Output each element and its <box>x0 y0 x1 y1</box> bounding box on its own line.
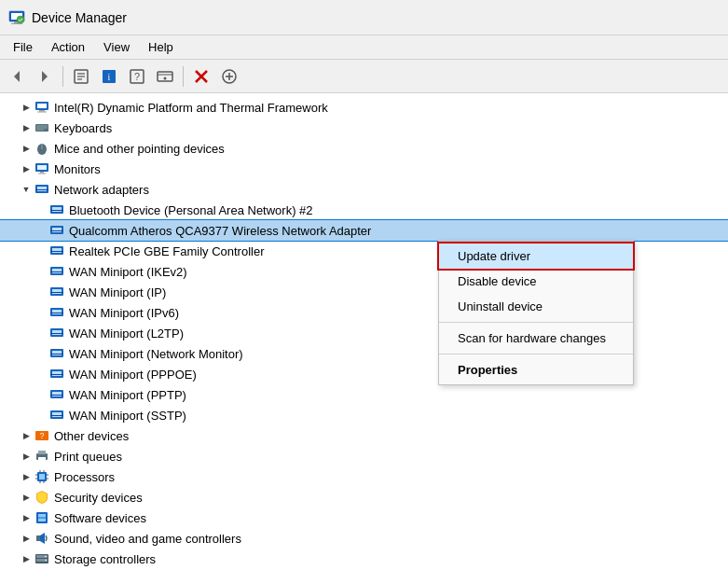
svg-rect-59 <box>52 330 62 335</box>
ctx-item-disable-device[interactable]: Disable device <box>439 269 633 294</box>
expand-arrow-storage-controllers[interactable]: ▶ <box>19 551 34 566</box>
svg-point-4 <box>17 16 24 23</box>
svg-rect-66 <box>50 374 63 375</box>
tree-label-security-devices: Security devices <box>54 491 143 505</box>
expand-arrow-intel-platform[interactable]: ▶ <box>19 100 34 115</box>
svg-marker-5 <box>14 71 20 82</box>
menu-action[interactable]: Action <box>42 38 94 56</box>
storage-icon <box>34 550 50 567</box>
tree-item-other-devices[interactable]: ▶?Other devices <box>0 425 728 446</box>
tree-item-security-devices[interactable]: ▶Security devices <box>0 487 728 508</box>
update-driver-button[interactable]: i <box>96 63 122 90</box>
delete-button[interactable] <box>188 63 214 90</box>
mouse-icon <box>34 140 50 157</box>
add-legacy-button[interactable] <box>216 63 242 90</box>
expand-arrow-wan-ikev2[interactable] <box>34 264 48 279</box>
ctx-item-update-driver[interactable]: Update driver <box>439 243 633 269</box>
forward-button[interactable] <box>32 63 58 90</box>
network-icon <box>48 202 65 218</box>
ctx-item-uninstall-device[interactable]: Uninstall device <box>439 294 633 319</box>
expand-arrow-wan-ipv6[interactable] <box>34 305 48 320</box>
svg-rect-24 <box>37 104 47 108</box>
ctx-item-scan-hardware[interactable]: Scan for hardware changes <box>439 326 633 351</box>
print-icon <box>34 448 50 465</box>
scan-button[interactable] <box>152 63 178 90</box>
tree-label-wan-pptp: WAN Miniport (PPTP) <box>69 388 186 402</box>
expand-arrow-wan-l2tp[interactable] <box>34 326 48 341</box>
svg-text:?: ? <box>39 431 44 440</box>
svg-rect-42 <box>50 210 63 211</box>
tree-item-keyboards[interactable]: ▶Keyboards <box>0 118 728 138</box>
expand-arrow-software-devices[interactable]: ▶ <box>19 510 34 525</box>
expand-arrow-print-queues[interactable]: ▶ <box>19 449 34 464</box>
expand-arrow-realtek[interactable] <box>34 243 48 258</box>
network-icon <box>48 263 65 280</box>
tree-item-software-devices[interactable]: ▶Software devices <box>0 508 728 528</box>
tree-item-mice[interactable]: ▶Mice and other pointing devices <box>0 138 728 159</box>
svg-rect-57 <box>50 313 63 313</box>
ctx-item-properties[interactable]: Properties <box>439 357 633 382</box>
expand-arrow-mice[interactable]: ▶ <box>19 141 34 156</box>
tree-item-intel-platform[interactable]: ▶Intel(R) Dynamic Platform and Thermal F… <box>0 97 728 118</box>
expand-arrow-security-devices[interactable]: ▶ <box>19 490 34 505</box>
svg-rect-72 <box>50 415 63 416</box>
svg-rect-56 <box>52 310 62 314</box>
expand-arrow-qualcomm[interactable] <box>34 223 48 238</box>
tree-item-storage-controllers[interactable]: ▶Storage controllers <box>0 549 728 569</box>
tree-item-bluetooth[interactable]: Bluetooth Device (Personal Area Network)… <box>0 200 728 220</box>
svg-text:i: i <box>108 72 111 82</box>
expand-arrow-network-adapters[interactable]: ▼ <box>19 182 34 197</box>
menu-view[interactable]: View <box>94 38 139 56</box>
svg-marker-92 <box>40 533 45 544</box>
expand-arrow-wan-pptp[interactable] <box>34 387 48 402</box>
tree-item-qualcomm[interactable]: Qualcomm Atheros QCA9377 Wireless Networ… <box>0 220 728 241</box>
network-icon <box>34 181 50 198</box>
tree-label-wan-netmon: WAN Miniport (Network Monitor) <box>69 347 243 361</box>
svg-rect-30 <box>36 130 44 131</box>
network-icon <box>48 222 65 239</box>
ctx-separator-sep1 <box>439 322 633 323</box>
menu-help[interactable]: Help <box>139 38 183 56</box>
tree-label-processors: Processors <box>54 470 115 484</box>
tree-label-qualcomm: Qualcomm Atheros QCA9377 Wireless Networ… <box>69 224 371 238</box>
network-icon <box>48 366 65 382</box>
svg-rect-44 <box>52 228 62 232</box>
app-title: Device Manager <box>32 10 127 25</box>
expand-arrow-wan-sstp[interactable] <box>34 408 48 423</box>
expand-arrow-processors[interactable]: ▶ <box>19 469 34 484</box>
svg-rect-39 <box>35 189 48 190</box>
tree-label-wan-l2tp: WAN Miniport (L2TP) <box>69 327 184 341</box>
tree-item-print-queues[interactable]: ▶Print queues <box>0 446 728 466</box>
tree-item-network-adapters[interactable]: ▼Network adapters <box>0 179 728 200</box>
svg-rect-35 <box>40 172 44 174</box>
tree-label-wan-sstp: WAN Miniport (SSTP) <box>69 409 186 423</box>
expand-arrow-keyboards[interactable]: ▶ <box>19 120 34 135</box>
expand-arrow-wan-ip[interactable] <box>34 285 48 299</box>
expand-arrow-bluetooth[interactable] <box>34 202 48 217</box>
tree-item-wan-pptp[interactable]: WAN Miniport (PPTP) <box>0 384 728 405</box>
computer-icon <box>34 99 50 116</box>
tree-item-monitors[interactable]: ▶Monitors <box>0 159 728 179</box>
tree-label-wan-pppoe: WAN Miniport (PPPOE) <box>69 368 197 382</box>
properties-button[interactable] <box>68 63 94 90</box>
svg-rect-50 <box>52 269 62 273</box>
svg-rect-41 <box>52 207 62 212</box>
toolbar: i ? <box>0 60 728 93</box>
expand-arrow-wan-pppoe[interactable] <box>34 367 48 382</box>
tree-item-processors[interactable]: ▶Processors <box>0 466 728 487</box>
svg-rect-54 <box>50 292 63 293</box>
expand-arrow-wan-netmon[interactable] <box>34 346 48 361</box>
sound-icon <box>34 530 50 547</box>
back-button[interactable] <box>4 63 30 90</box>
expand-arrow-sound-devices[interactable]: ▶ <box>19 531 34 546</box>
keyboard-icon <box>34 119 50 136</box>
menu-file[interactable]: File <box>4 38 42 56</box>
tree-label-other-devices: Other devices <box>54 429 129 443</box>
svg-marker-6 <box>42 71 48 82</box>
uninstall-button[interactable]: ? <box>124 63 150 90</box>
svg-rect-69 <box>50 395 63 396</box>
expand-arrow-other-devices[interactable]: ▶ <box>19 428 34 443</box>
tree-item-sound-devices[interactable]: ▶Sound, video and game controllers <box>0 528 728 549</box>
expand-arrow-monitors[interactable]: ▶ <box>19 161 34 176</box>
tree-item-wan-sstp[interactable]: WAN Miniport (SSTP) <box>0 405 728 425</box>
